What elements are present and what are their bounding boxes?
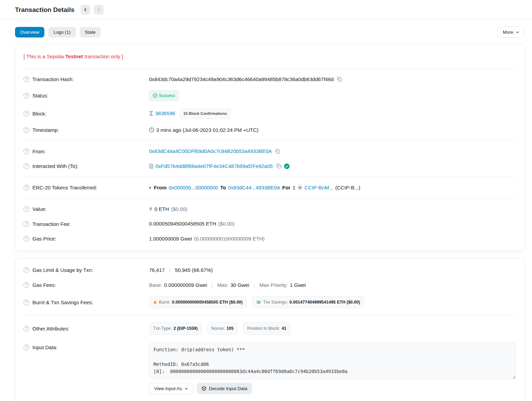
row-other-attributes: ? Other Attributes: Txn Type: 2 (EIP-155… (24, 319, 516, 338)
erc20-from-word: From (154, 184, 167, 191)
burnt-value: 0.000000000000458505 ETH ($0.00) (172, 299, 242, 305)
row-status: ? Status: Success (24, 87, 516, 105)
erc20-to-address-link[interactable]: 0x83dC44...4933BE0A (228, 184, 280, 191)
view-input-as-label: View Input As (154, 386, 182, 391)
to-address-link[interactable]: 0xFd57b4ddBf88a4e07fF4e34C487b99af2Fe82a… (156, 163, 273, 170)
hourglass-icon (149, 111, 153, 116)
pipe-separator: | (254, 281, 255, 289)
money-wings-icon (256, 300, 261, 305)
help-icon[interactable]: ? (24, 299, 29, 305)
max-priority-fee-value: 1 Gwei (290, 281, 306, 289)
tab-overview[interactable]: Overview (15, 27, 44, 37)
nonce-badge: Nonce: 105 (207, 322, 238, 335)
gas-price-eth: (0.000000001000000009 ETH) (194, 235, 265, 243)
clock-icon (149, 127, 154, 133)
help-icon[interactable]: ? (24, 127, 29, 133)
testnet-notice: [ This is a Sepolia Testnet transaction … (24, 48, 516, 65)
copy-hash-button[interactable] (336, 76, 343, 82)
help-icon[interactable]: ? (24, 326, 29, 331)
help-icon[interactable]: ? (24, 236, 29, 242)
transaction-fee-label: Transaction Fee: (32, 221, 71, 227)
tab-state[interactable]: State (80, 27, 101, 37)
view-input-as-button[interactable]: View Input As (149, 383, 193, 394)
copy-to-address-button[interactable] (276, 163, 282, 169)
max-fee-value: 30 Gwei (231, 281, 249, 289)
token-icon (297, 185, 302, 190)
page-title: Transaction Details (15, 6, 74, 14)
row-gas-price: ? Gas Price: 1.000000009 Gwei (0.0000000… (24, 231, 516, 246)
burnt-savings-label: Burnt & Txn Savings Fees: (32, 299, 93, 305)
row-timestamp: ? Timestamp: 3 mins ago (Jul-06-2023 01:… (24, 123, 516, 138)
help-icon[interactable]: ? (24, 76, 29, 82)
status-badge: Success (149, 91, 179, 101)
help-icon[interactable]: ? (24, 344, 29, 350)
max-priority-fee-key: Max Priority: (260, 281, 288, 289)
help-icon[interactable]: ? (24, 221, 29, 227)
details-card: ? Gas Limit & Usage by Txn: 76,417 | 50,… (15, 258, 524, 401)
divider (24, 177, 516, 177)
erc20-amount: 1 (293, 184, 295, 191)
tab-logs[interactable]: Logs (1) (48, 27, 76, 37)
eth-icon (149, 206, 152, 212)
status-badge-label: Success (159, 93, 175, 99)
help-icon[interactable]: ? (24, 206, 29, 212)
tabs: Overview Logs (1) State (15, 27, 101, 37)
value-label: Value: (32, 206, 46, 212)
help-icon[interactable]: ? (24, 93, 29, 98)
burnt-key: Burnt: (159, 299, 170, 305)
erc20-from-address-link[interactable]: 0x000000...00000000 (169, 184, 218, 191)
copy-from-address-button[interactable] (275, 148, 281, 155)
txn-savings-key: Txn Savings: (263, 299, 287, 305)
next-transaction-button[interactable] (94, 5, 104, 15)
base-fee-key: Base: (149, 281, 162, 289)
contract-document-icon (149, 164, 153, 169)
gas-limit-label: Gas Limit & Usage by Txn: (32, 267, 93, 273)
input-data-textarea[interactable]: Function: drip(address token) *** Method… (149, 342, 516, 379)
position-value: 41 (282, 325, 286, 331)
row-input-data: ? Input Data: Function: drip(address tok… (24, 339, 516, 398)
row-transaction-hash: ? Transaction Hash: 0x843dc70a4a29d79234… (24, 72, 516, 87)
erc20-label: ERC-20 Tokens Transferred: (32, 185, 97, 190)
more-dropdown-label: More (503, 30, 513, 35)
value-eth: 0 ETH (154, 205, 169, 213)
copy-icon (337, 77, 342, 82)
help-icon[interactable]: ? (24, 163, 29, 169)
prev-transaction-button[interactable] (80, 5, 90, 15)
chevron-left-icon (83, 7, 88, 12)
decode-input-data-label: Decode Input Data (209, 386, 248, 391)
position-in-block-badge: Position In Block: 41 (243, 322, 291, 335)
verified-check-icon (284, 164, 290, 169)
copy-icon (275, 149, 280, 154)
erc20-for-word: For (282, 184, 290, 191)
more-dropdown-button[interactable]: More (498, 27, 524, 38)
status-label: Status: (32, 93, 48, 98)
help-icon[interactable]: ? (24, 282, 29, 288)
chevron-down-icon (184, 387, 188, 390)
divider (24, 198, 516, 199)
erc20-token-symbol: (CCIP-B...) (335, 184, 360, 191)
block-number-link[interactable]: 3836596 (155, 110, 175, 117)
erc20-token-link[interactable]: CCIP-BnM... (305, 184, 333, 191)
help-icon[interactable]: ? (24, 111, 29, 117)
gas-price-label: Gas Price: (32, 236, 56, 242)
transaction-fee-eth: 0.000050945000458505 ETH (149, 220, 216, 228)
decode-input-data-button[interactable]: Decode Input Data (197, 383, 252, 394)
row-transaction-fee: ? Transaction Fee: 0.000050945000458505 … (24, 216, 516, 231)
help-icon[interactable]: ? (24, 185, 29, 190)
tabs-bar: Overview Logs (1) State More (0, 19, 532, 43)
divider (24, 140, 516, 141)
notice-bold: Testnet (65, 53, 83, 59)
gas-price-gwei: 1.000000009 Gwei (149, 235, 192, 243)
flame-icon (153, 300, 157, 305)
transfer-triangle-icon (149, 186, 152, 189)
help-icon[interactable]: ? (24, 149, 29, 154)
from-address-link[interactable]: 0x83dC44a4C00DFf69d0A0c7c94B20b53a4933BE… (149, 148, 272, 155)
nonce-value: 105 (226, 325, 234, 331)
transaction-fee-usd: ($0.00) (218, 220, 235, 228)
help-icon[interactable]: ? (24, 267, 29, 273)
transaction-hash-label: Transaction Hash: (32, 76, 74, 82)
txn-type-value: 2 (EIP-1559) (174, 325, 198, 331)
divider (24, 68, 516, 69)
content: [ This is a Sepolia Testnet transaction … (0, 43, 532, 401)
from-label: From: (32, 149, 46, 154)
